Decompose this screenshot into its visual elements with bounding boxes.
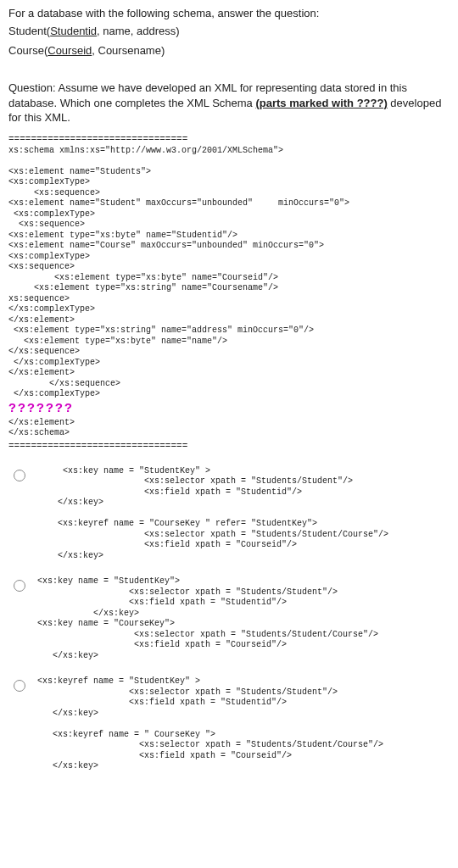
separator-bottom: ================================ [8, 441, 450, 451]
intro-text: For a database with the following schema… [8, 7, 450, 19]
course-rest: , Coursename) [92, 44, 165, 57]
course-schema: Course(Courseid, Coursename) [8, 44, 450, 57]
option-3-code: <xs:keyref name = "StudentKey" > <xs:sel… [37, 676, 383, 772]
option-1-code: <xs:key name = "StudentKey" > <xs:select… [37, 466, 388, 562]
radio-icon[interactable] [14, 680, 25, 692]
radio-icon[interactable] [14, 470, 25, 481]
course-key: Courseid [47, 44, 92, 57]
question-text: Question: Assume we have developed an XM… [8, 81, 450, 125]
xml-schema-code: xs:schema xmlns:xs="http://www.w3.org/20… [8, 146, 450, 400]
student-key: Studentid [50, 25, 97, 37]
xml-schema-tail: </xs:element> </xs:schema> [8, 418, 450, 439]
question-bold: (parts marked with ????) [255, 97, 387, 109]
option-2[interactable]: <xs:key name = "StudentKey"> <xs:selecto… [8, 576, 450, 661]
placeholder-qmarks: ??????? [8, 402, 450, 416]
separator-top: ================================ [8, 134, 450, 144]
radio-icon[interactable] [14, 580, 25, 592]
option-3[interactable]: <xs:keyref name = "StudentKey" > <xs:sel… [8, 676, 450, 772]
student-schema: Student(Studentid, name, address) [8, 25, 450, 37]
student-prefix: Student( [8, 25, 50, 37]
student-rest: , name, address) [97, 25, 180, 37]
course-prefix: Course( [8, 44, 47, 57]
option-1[interactable]: <xs:key name = "StudentKey" > <xs:select… [8, 466, 450, 562]
option-2-code: <xs:key name = "StudentKey"> <xs:selecto… [37, 576, 378, 661]
